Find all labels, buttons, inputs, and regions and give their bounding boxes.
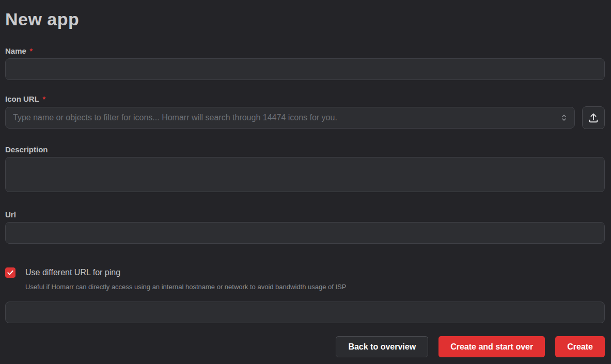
create-button[interactable]: Create bbox=[555, 336, 605, 357]
ping-url-input[interactable] bbox=[5, 302, 605, 323]
url-field-group: Url bbox=[5, 210, 605, 244]
description-field-group: Description bbox=[5, 145, 605, 194]
icon-search-input[interactable] bbox=[5, 107, 575, 129]
ping-section: Use different URL for ping Useful if Hom… bbox=[5, 266, 605, 323]
url-input[interactable] bbox=[5, 222, 605, 244]
icon-url-row bbox=[5, 106, 605, 129]
description-label-row: Description bbox=[5, 145, 605, 154]
url-label: Url bbox=[5, 210, 16, 219]
description-textarea[interactable] bbox=[5, 157, 605, 192]
ping-checkbox-label[interactable]: Use different URL for ping bbox=[25, 266, 120, 279]
name-input[interactable] bbox=[5, 58, 605, 80]
ping-checkbox-row: Use different URL for ping bbox=[5, 266, 605, 279]
icon-url-required-asterisk: * bbox=[42, 94, 45, 103]
page-title: New app bbox=[5, 7, 605, 31]
ping-helper-text: Useful if Homarr can directly access usi… bbox=[25, 282, 605, 291]
icon-url-label: Icon URL bbox=[5, 94, 39, 103]
name-field-group: Name * bbox=[5, 46, 605, 80]
name-required-asterisk: * bbox=[29, 46, 33, 55]
check-icon bbox=[7, 269, 14, 276]
icon-url-field-group: Icon URL * bbox=[5, 94, 605, 129]
create-and-start-over-button[interactable]: Create and start over bbox=[438, 336, 545, 357]
upload-icon bbox=[588, 112, 599, 123]
icon-select bbox=[5, 107, 575, 129]
url-label-row: Url bbox=[5, 210, 605, 219]
name-label: Name bbox=[5, 46, 26, 55]
upload-icon-button[interactable] bbox=[582, 106, 605, 129]
ping-checkbox[interactable] bbox=[5, 267, 15, 278]
icon-url-label-row: Icon URL * bbox=[5, 94, 605, 104]
back-to-overview-button[interactable]: Back to overview bbox=[336, 336, 428, 357]
description-label: Description bbox=[5, 145, 48, 154]
form-actions: Back to overview Create and start over C… bbox=[5, 336, 605, 357]
name-label-row: Name * bbox=[5, 46, 605, 56]
ping-url-wrap bbox=[5, 302, 605, 323]
new-app-form: New app Name * Icon URL * bbox=[0, 0, 611, 357]
